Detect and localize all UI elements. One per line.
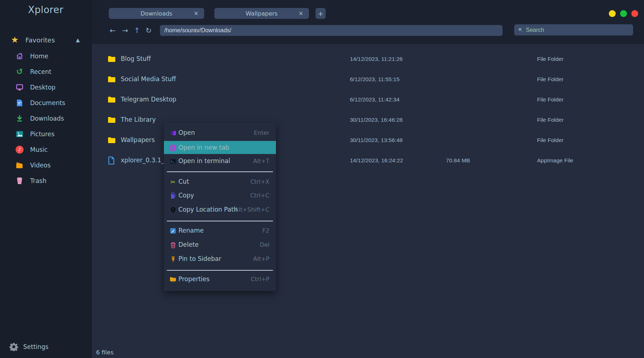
refresh-button[interactable]: ↻	[144, 25, 154, 36]
sidebar-item-home[interactable]: Home	[0, 48, 91, 64]
menu-shortcut: Enter	[254, 129, 269, 136]
file-type: AppImage File	[537, 157, 573, 164]
trash-icon	[15, 176, 24, 185]
back-button[interactable]: ←	[108, 25, 118, 36]
search-input[interactable]	[526, 27, 624, 33]
file-date: 6/12/2023, 11:42:34	[350, 96, 400, 103]
file-date: 14/12/2023, 11:21:26	[350, 56, 402, 62]
menu-separator	[167, 270, 273, 271]
sidebar-item-documents[interactable]: Documents	[0, 95, 91, 111]
menu-item-label: Open in new tab	[178, 144, 229, 151]
maximize-button[interactable]	[620, 10, 627, 17]
file-type: File Folder	[537, 117, 564, 123]
sidebar-item-videos[interactable]: Videos	[0, 157, 91, 173]
home-icon	[15, 52, 24, 61]
sidebar-item-recent[interactable]: ↺ Recent	[0, 64, 91, 79]
menu-item-label: Rename	[178, 227, 204, 234]
sidebar-item-trash[interactable]: Trash	[0, 173, 91, 188]
folder-icon	[107, 55, 116, 63]
menu-separator	[167, 221, 273, 221]
menu-item-label: Open	[178, 129, 195, 136]
up-button[interactable]: ↑	[132, 25, 142, 36]
menu-shortcut: Del	[260, 241, 269, 248]
file-date: 30/11/2023, 16:46:28	[350, 117, 402, 123]
menu-item-open-in-new-tab[interactable]: Open in new tab	[164, 141, 276, 154]
menu-item-properties[interactable]: Properties Ctrl+P	[164, 272, 276, 286]
menu-item-copy-location-path[interactable]: Copy Location Path Alt+Shift+C	[164, 203, 276, 217]
folder-properties-icon	[170, 276, 176, 283]
sidebar-item-label: Trash	[30, 177, 46, 184]
sidebar-item-label: Documents	[30, 99, 65, 107]
file-type: File Folder	[537, 96, 564, 103]
menu-shortcut: F2	[263, 227, 269, 234]
menu-item-cut[interactable]: ✂ Cut Ctrl+X	[164, 175, 276, 189]
menu-item-label: Open in terminal	[178, 157, 230, 165]
search-box[interactable]	[514, 24, 633, 36]
close-icon[interactable]: ×	[298, 10, 303, 17]
minimize-button[interactable]	[609, 10, 616, 17]
copy-icon	[170, 192, 176, 199]
book-open-icon	[170, 130, 176, 136]
collapse-triangle-icon[interactable]: ▲	[76, 37, 80, 43]
sidebar-item-settings[interactable]: Settings	[0, 341, 91, 352]
monitor-icon	[15, 83, 24, 92]
menu-item-open-in-terminal[interactable]: Open in terminal Alt+T	[164, 154, 276, 168]
path-input[interactable]	[160, 25, 503, 36]
file-icon	[107, 156, 116, 165]
download-icon	[15, 114, 24, 123]
star-icon: ★	[11, 35, 20, 45]
close-icon[interactable]: ×	[194, 10, 198, 17]
delete-trash-icon	[170, 242, 176, 248]
table-row[interactable]: Telegram Desktop 6/12/2023, 11:42:34 Fil…	[92, 90, 644, 110]
menu-item-label: Copy	[178, 192, 194, 199]
file-size: 70.84 MB	[429, 157, 487, 164]
menu-item-rename[interactable]: Rename F2	[164, 224, 276, 238]
file-date: 30/11/2023, 13:56:48	[350, 137, 402, 143]
file-name: Telegram Desktop	[121, 96, 176, 103]
file-name: xplorer_0.3.1_	[121, 157, 164, 164]
tab-label: Wallpapers	[245, 10, 277, 17]
sidebar-item-desktop[interactable]: Desktop	[0, 79, 91, 95]
search-icon	[518, 27, 523, 33]
sidebar-item-pictures[interactable]: Pictures	[0, 126, 91, 142]
pushpin-icon	[170, 256, 176, 262]
scissors-icon: ✂	[170, 179, 176, 185]
history-icon: ↺	[15, 67, 24, 76]
sidebar-item-label: Desktop	[30, 84, 55, 91]
menu-shortcut: Alt+Shift+C	[235, 206, 269, 213]
app-title: Xplorer	[0, 4, 91, 15]
menu-item-open[interactable]: Open Enter	[164, 126, 276, 140]
menu-item-label: Properties	[178, 275, 210, 283]
close-window-button[interactable]	[631, 10, 638, 17]
tab-label: Downloads	[141, 10, 173, 17]
file-date: 6/12/2023, 11:55:15	[350, 76, 400, 83]
music-note-glyph: ♪	[16, 146, 24, 154]
location-pin-icon	[170, 207, 176, 213]
new-tab-button[interactable]: +	[315, 8, 326, 19]
menu-item-copy[interactable]: Copy Ctrl+C	[164, 189, 276, 203]
menu-item-pin-to-sidebar[interactable]: Pin to Sidebar Alt+P	[164, 252, 276, 266]
sidebar-item-label: Pictures	[30, 130, 54, 138]
table-row[interactable]: Social Media Stuff 6/12/2023, 11:55:15 F…	[92, 69, 644, 90]
menu-shortcut: Ctrl+X	[250, 178, 269, 185]
sidebar-item-music[interactable]: ♪ Music	[0, 142, 91, 157]
sidebar-item-label: Recent	[30, 68, 51, 75]
folder-icon	[107, 75, 116, 84]
terminal-icon	[170, 158, 176, 165]
forward-button[interactable]: →	[120, 25, 130, 36]
file-type: File Folder	[537, 137, 564, 143]
file-name: Blog Stuff	[121, 55, 151, 62]
music-icon: ♪	[15, 145, 24, 154]
sidebar-item-label: Home	[30, 53, 48, 60]
table-row[interactable]: Blog Stuff 14/12/2023, 11:21:26 File Fol…	[92, 49, 644, 69]
tab-wallpapers[interactable]: Wallpapers ×	[214, 8, 309, 19]
menu-shortcut: Alt+T	[253, 158, 269, 165]
menu-item-delete[interactable]: Delete Del	[164, 238, 276, 252]
favorites-header: ★ Favorites ▲	[0, 35, 91, 45]
gear-icon	[9, 342, 18, 351]
tab-downloads[interactable]: Downloads ×	[109, 8, 204, 19]
window-controls	[609, 10, 638, 17]
menu-shortcut: Ctrl+P	[251, 276, 269, 283]
open-in-new-icon	[170, 145, 176, 151]
sidebar-item-downloads[interactable]: Downloads	[0, 111, 91, 126]
